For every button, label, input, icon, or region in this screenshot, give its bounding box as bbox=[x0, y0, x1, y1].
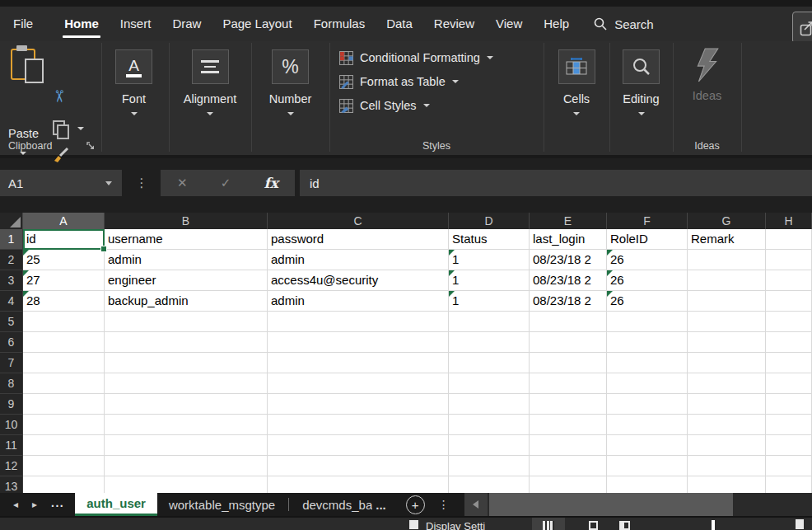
row-header-8[interactable]: 8 bbox=[0, 373, 23, 394]
cell-C13[interactable] bbox=[268, 476, 449, 493]
number-dropdown-icon[interactable] bbox=[287, 112, 294, 115]
formula-input[interactable]: id bbox=[300, 170, 812, 196]
sheet-nav-left-icon[interactable]: ◂ bbox=[13, 493, 18, 516]
menu-tab-data[interactable]: Data bbox=[386, 7, 413, 41]
column-header-C[interactable]: C bbox=[268, 213, 449, 229]
cell-A4[interactable]: 28 bbox=[23, 291, 105, 312]
page-break-view-button[interactable] bbox=[608, 518, 641, 530]
cell-H1[interactable] bbox=[766, 229, 812, 250]
cell-D10[interactable] bbox=[449, 415, 530, 435]
menu-tab-home[interactable]: Home bbox=[64, 7, 99, 41]
name-box[interactable]: A1 bbox=[0, 170, 122, 196]
cell-C6[interactable] bbox=[268, 332, 449, 353]
sheet-tab-devcmds[interactable]: devcmds_ba ... bbox=[291, 493, 398, 516]
font-icon[interactable]: A bbox=[115, 49, 152, 84]
cell-B11[interactable] bbox=[105, 435, 268, 456]
cell-H11[interactable] bbox=[766, 435, 812, 456]
cell-F4[interactable]: 26 bbox=[607, 291, 688, 312]
cells-group[interactable]: Cells bbox=[544, 41, 609, 155]
cell-C7[interactable] bbox=[268, 353, 449, 373]
cell-D4[interactable]: 1 bbox=[449, 291, 530, 312]
cell-F9[interactable] bbox=[607, 394, 688, 415]
alignment-dropdown-icon[interactable] bbox=[207, 112, 213, 115]
cell-D12[interactable] bbox=[449, 456, 530, 476]
cell-F6[interactable] bbox=[607, 332, 688, 353]
cell-C5[interactable] bbox=[268, 312, 449, 332]
cell-B3[interactable]: engineer bbox=[105, 270, 268, 291]
cell-G13[interactable] bbox=[688, 476, 766, 493]
row-header-2[interactable]: 2 bbox=[0, 250, 23, 270]
cut-icon[interactable]: ✂ bbox=[49, 90, 69, 104]
cell-E1[interactable]: last_login bbox=[530, 229, 607, 250]
cell-A13[interactable] bbox=[23, 476, 105, 493]
cell-D9[interactable] bbox=[449, 394, 530, 415]
row-header-6[interactable]: 6 bbox=[0, 332, 23, 353]
cell-C4[interactable]: admin bbox=[268, 291, 449, 312]
cell-G2[interactable] bbox=[688, 250, 766, 270]
cell-C11[interactable] bbox=[268, 435, 449, 456]
cancel-icon[interactable]: ✕ bbox=[177, 176, 188, 190]
cell-C10[interactable] bbox=[268, 415, 449, 435]
cell-H7[interactable] bbox=[766, 353, 812, 373]
sheet-tab-worktable-msgtype[interactable]: worktable_msgtype bbox=[157, 493, 287, 516]
menu-tab-formulas[interactable]: Formulas bbox=[314, 7, 366, 41]
menu-tab-page-layout[interactable]: Page Layout bbox=[222, 7, 292, 41]
sheet-tab-auth-user[interactable]: auth_user bbox=[75, 493, 157, 516]
cell-E10[interactable] bbox=[530, 415, 607, 435]
cell-C2[interactable]: admin bbox=[268, 250, 449, 270]
cell-D6[interactable] bbox=[449, 332, 530, 353]
cell-H8[interactable] bbox=[766, 373, 812, 394]
font-group[interactable]: A Font bbox=[99, 41, 169, 155]
page-layout-view-button[interactable] bbox=[576, 518, 609, 530]
format-painter-icon[interactable] bbox=[53, 145, 71, 163]
cell-A12[interactable] bbox=[23, 456, 105, 476]
cell-B13[interactable] bbox=[105, 476, 268, 493]
row-header-10[interactable]: 10 bbox=[0, 415, 23, 435]
cell-A10[interactable] bbox=[23, 415, 105, 435]
cell-G5[interactable] bbox=[688, 312, 766, 332]
cell-E11[interactable] bbox=[530, 435, 607, 456]
cell-C9[interactable] bbox=[268, 394, 449, 415]
editing-icon[interactable] bbox=[623, 49, 660, 84]
cell-styles-button[interactable]: Cell Styles bbox=[329, 95, 544, 116]
enter-icon[interactable]: ✓ bbox=[221, 176, 231, 190]
menu-tab-review[interactable]: Review bbox=[434, 7, 474, 41]
insert-function-icon[interactable]: fx bbox=[264, 175, 278, 191]
cell-B12[interactable] bbox=[105, 456, 268, 476]
display-settings-icon[interactable] bbox=[409, 520, 418, 529]
cell-C1[interactable]: password bbox=[268, 229, 449, 250]
share-button[interactable] bbox=[792, 12, 812, 44]
name-box-dropdown-icon[interactable] bbox=[105, 181, 112, 185]
cell-D2[interactable]: 1 bbox=[449, 250, 530, 270]
cell-H10[interactable] bbox=[766, 415, 812, 435]
cell-E7[interactable] bbox=[530, 353, 607, 373]
cell-G6[interactable] bbox=[688, 332, 766, 353]
normal-view-button[interactable] bbox=[532, 518, 565, 530]
editing-dropdown-icon[interactable] bbox=[638, 112, 645, 115]
cell-E12[interactable] bbox=[530, 456, 607, 476]
column-header-F[interactable]: F bbox=[607, 213, 688, 229]
row-header-5[interactable]: 5 bbox=[0, 312, 23, 332]
column-header-E[interactable]: E bbox=[530, 213, 607, 229]
cell-F8[interactable] bbox=[607, 373, 688, 394]
cell-D5[interactable] bbox=[449, 312, 530, 332]
cell-E2[interactable]: 08/23/18 2 bbox=[530, 250, 607, 270]
paste-dropdown-icon[interactable] bbox=[20, 152, 26, 155]
cell-D11[interactable] bbox=[449, 435, 530, 456]
tab-bar-menu-icon[interactable]: ⋮ bbox=[438, 493, 450, 516]
cell-D3[interactable]: 1 bbox=[449, 270, 530, 291]
cell-G10[interactable] bbox=[688, 415, 766, 435]
cell-E9[interactable] bbox=[530, 394, 607, 415]
editing-group[interactable]: Editing bbox=[609, 41, 673, 155]
menu-tab-file[interactable]: File bbox=[13, 7, 33, 41]
conditional-formatting-button[interactable]: Conditional Formatting bbox=[329, 47, 544, 68]
cell-G4[interactable] bbox=[688, 291, 766, 312]
cell-A9[interactable] bbox=[23, 394, 105, 415]
cell-G3[interactable] bbox=[688, 270, 766, 291]
cell-B4[interactable]: backup_admin bbox=[105, 291, 268, 312]
cell-C12[interactable] bbox=[268, 456, 449, 476]
format-as-table-button[interactable]: Format as Table bbox=[329, 71, 544, 92]
cell-H9[interactable] bbox=[766, 394, 812, 415]
cell-F2[interactable]: 26 bbox=[607, 250, 688, 270]
cell-B7[interactable] bbox=[105, 353, 268, 373]
